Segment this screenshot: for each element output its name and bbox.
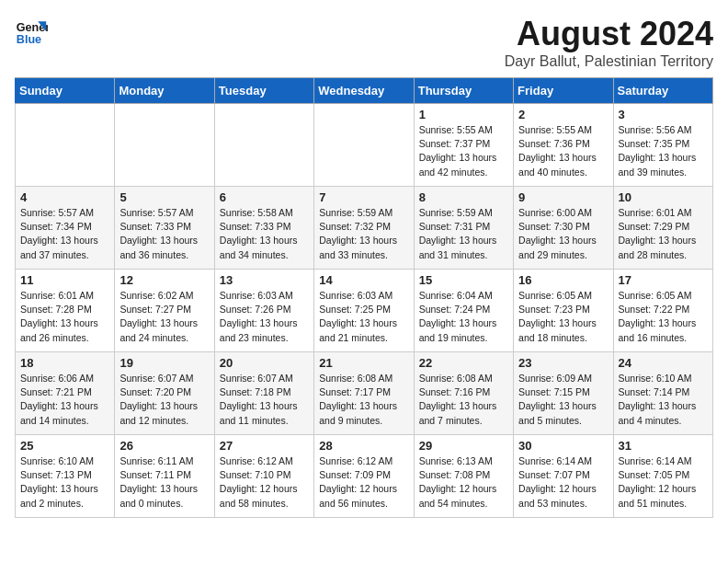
calendar-cell: 6Sunrise: 5:58 AM Sunset: 7:33 PM Daylig… [214,187,313,270]
day-number: 10 [619,190,708,204]
day-info: Sunrise: 6:10 AM Sunset: 7:14 PM Dayligh… [619,372,708,428]
day-number: 16 [518,273,608,287]
day-info: Sunrise: 5:56 AM Sunset: 7:35 PM Dayligh… [619,123,708,179]
day-number: 6 [220,190,309,204]
day-number: 3 [619,108,708,121]
calendar-cell: 16Sunrise: 6:05 AM Sunset: 7:23 PM Dayli… [514,270,613,352]
title-block: August 2024 Dayr Ballut, Palestinian Ter… [505,15,713,70]
calendar-cell [16,104,115,187]
day-info: Sunrise: 6:07 AM Sunset: 7:18 PM Dayligh… [220,372,309,428]
day-info: Sunrise: 5:58 AM Sunset: 7:33 PM Dayligh… [220,206,309,262]
day-info: Sunrise: 6:05 AM Sunset: 7:22 PM Dayligh… [619,289,708,345]
day-number: 12 [119,273,209,287]
day-number: 27 [220,439,309,453]
calendar-cell: 18Sunrise: 6:06 AM Sunset: 7:21 PM Dayli… [16,352,115,435]
svg-text:Blue: Blue [17,33,41,46]
day-info: Sunrise: 6:00 AM Sunset: 7:30 PM Dayligh… [518,206,608,262]
day-number: 9 [518,190,608,204]
day-number: 20 [220,356,309,370]
calendar-cell: 21Sunrise: 6:08 AM Sunset: 7:17 PM Dayli… [314,352,414,435]
week-row-2: 4Sunrise: 5:57 AM Sunset: 7:34 PM Daylig… [16,187,713,270]
calendar-cell [214,104,313,187]
day-number: 26 [119,439,209,453]
day-info: Sunrise: 5:59 AM Sunset: 7:31 PM Dayligh… [419,206,508,262]
day-number: 14 [319,273,408,287]
day-number: 22 [419,356,508,370]
week-row-5: 25Sunrise: 6:10 AM Sunset: 7:13 PM Dayli… [16,435,713,518]
page-header: General Blue August 2024 Dayr Ballut, Pa… [15,15,713,70]
day-info: Sunrise: 6:01 AM Sunset: 7:28 PM Dayligh… [20,289,109,345]
day-info: Sunrise: 6:14 AM Sunset: 7:07 PM Dayligh… [518,454,608,511]
day-number: 31 [619,439,708,453]
calendar-cell: 3Sunrise: 5:56 AM Sunset: 7:35 PM Daylig… [613,104,712,187]
day-number: 4 [20,190,109,204]
day-info: Sunrise: 6:02 AM Sunset: 7:27 PM Dayligh… [119,289,209,345]
calendar-cell: 9Sunrise: 6:00 AM Sunset: 7:30 PM Daylig… [514,187,613,270]
day-info: Sunrise: 6:04 AM Sunset: 7:24 PM Dayligh… [419,289,508,345]
week-row-3: 11Sunrise: 6:01 AM Sunset: 7:28 PM Dayli… [16,270,713,352]
day-info: Sunrise: 6:13 AM Sunset: 7:08 PM Dayligh… [419,454,508,511]
main-title: August 2024 [505,15,713,53]
calendar-cell: 10Sunrise: 6:01 AM Sunset: 7:29 PM Dayli… [613,187,712,270]
calendar-cell: 13Sunrise: 6:03 AM Sunset: 7:26 PM Dayli… [214,270,313,352]
day-info: Sunrise: 6:05 AM Sunset: 7:23 PM Dayligh… [518,289,608,345]
calendar-cell: 20Sunrise: 6:07 AM Sunset: 7:18 PM Dayli… [214,352,313,435]
day-info: Sunrise: 6:10 AM Sunset: 7:13 PM Dayligh… [20,454,109,511]
header-row: SundayMondayTuesdayWednesdayThursdayFrid… [16,78,713,104]
day-info: Sunrise: 6:08 AM Sunset: 7:17 PM Dayligh… [319,372,408,428]
logo: General Blue [15,15,48,48]
day-info: Sunrise: 5:55 AM Sunset: 7:37 PM Dayligh… [419,123,508,179]
calendar-cell: 12Sunrise: 6:02 AM Sunset: 7:27 PM Dayli… [115,270,214,352]
calendar-cell: 30Sunrise: 6:14 AM Sunset: 7:07 PM Dayli… [514,435,613,518]
day-info: Sunrise: 6:08 AM Sunset: 7:16 PM Dayligh… [419,372,508,428]
calendar-cell: 25Sunrise: 6:10 AM Sunset: 7:13 PM Dayli… [16,435,115,518]
subtitle: Dayr Ballut, Palestinian Territory [505,53,713,70]
calendar-cell: 27Sunrise: 6:12 AM Sunset: 7:10 PM Dayli… [214,435,313,518]
day-number: 25 [20,439,109,453]
day-info: Sunrise: 6:03 AM Sunset: 7:26 PM Dayligh… [220,289,309,345]
day-number: 15 [419,273,508,287]
calendar-cell [314,104,414,187]
week-row-1: 1Sunrise: 5:55 AM Sunset: 7:37 PM Daylig… [16,104,713,187]
day-number: 19 [119,356,209,370]
day-number: 11 [20,273,109,287]
day-info: Sunrise: 6:01 AM Sunset: 7:29 PM Dayligh… [619,206,708,262]
logo-icon: General Blue [15,15,48,48]
calendar-cell: 17Sunrise: 6:05 AM Sunset: 7:22 PM Dayli… [613,270,712,352]
calendar-cell: 31Sunrise: 6:14 AM Sunset: 7:05 PM Dayli… [613,435,712,518]
calendar-cell: 8Sunrise: 5:59 AM Sunset: 7:31 PM Daylig… [414,187,513,270]
day-number: 1 [419,108,508,121]
day-info: Sunrise: 5:57 AM Sunset: 7:33 PM Dayligh… [119,206,209,262]
calendar-cell: 14Sunrise: 6:03 AM Sunset: 7:25 PM Dayli… [314,270,414,352]
calendar-cell: 4Sunrise: 5:57 AM Sunset: 7:34 PM Daylig… [16,187,115,270]
col-header-sunday: Sunday [16,78,115,104]
calendar-cell: 24Sunrise: 6:10 AM Sunset: 7:14 PM Dayli… [613,352,712,435]
day-number: 28 [319,439,408,453]
day-number: 13 [220,273,309,287]
day-info: Sunrise: 5:55 AM Sunset: 7:36 PM Dayligh… [518,123,608,179]
calendar-cell: 5Sunrise: 5:57 AM Sunset: 7:33 PM Daylig… [115,187,214,270]
day-info: Sunrise: 6:12 AM Sunset: 7:10 PM Dayligh… [220,454,309,511]
day-info: Sunrise: 6:09 AM Sunset: 7:15 PM Dayligh… [518,372,608,428]
calendar-cell: 15Sunrise: 6:04 AM Sunset: 7:24 PM Dayli… [414,270,513,352]
calendar-cell: 2Sunrise: 5:55 AM Sunset: 7:36 PM Daylig… [514,104,613,187]
day-number: 30 [518,439,608,453]
day-number: 23 [518,356,608,370]
day-info: Sunrise: 6:12 AM Sunset: 7:09 PM Dayligh… [319,454,408,511]
col-header-tuesday: Tuesday [214,78,313,104]
day-info: Sunrise: 5:57 AM Sunset: 7:34 PM Dayligh… [20,206,109,262]
day-number: 7 [319,190,408,204]
day-info: Sunrise: 6:07 AM Sunset: 7:20 PM Dayligh… [119,372,209,428]
day-number: 18 [20,356,109,370]
calendar-cell: 23Sunrise: 6:09 AM Sunset: 7:15 PM Dayli… [514,352,613,435]
col-header-thursday: Thursday [414,78,513,104]
calendar-table: SundayMondayTuesdayWednesdayThursdayFrid… [15,77,713,518]
col-header-monday: Monday [115,78,214,104]
col-header-friday: Friday [514,78,613,104]
day-number: 29 [419,439,508,453]
calendar-cell: 26Sunrise: 6:11 AM Sunset: 7:11 PM Dayli… [115,435,214,518]
calendar-cell: 22Sunrise: 6:08 AM Sunset: 7:16 PM Dayli… [414,352,513,435]
day-number: 17 [619,273,708,287]
day-number: 24 [619,356,708,370]
col-header-wednesday: Wednesday [314,78,414,104]
